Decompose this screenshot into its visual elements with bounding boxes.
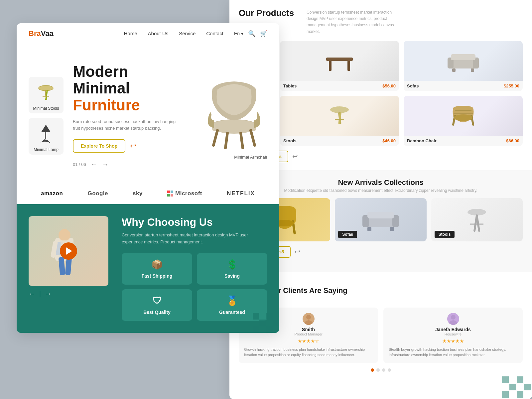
nav-about[interactable]: About Us	[148, 31, 169, 37]
na-card-sofas[interactable]: Sofas	[335, 198, 426, 241]
product-card-tables[interactable]: Tables $56.00	[280, 41, 399, 91]
janefa-avatar	[447, 313, 459, 325]
cart-button[interactable]: 🛒	[260, 30, 267, 37]
guaranteed-icon: 🏅	[226, 295, 238, 306]
dot-3[interactable]	[382, 368, 385, 372]
svg-line-8	[225, 133, 227, 148]
svg-point-30	[330, 106, 349, 113]
search-button[interactable]: 🔍	[248, 30, 255, 37]
arrivals-arrow-icon: ↩	[295, 248, 300, 256]
chair-label: Minimal Armchair	[234, 155, 267, 160]
product-card-sofas[interactable]: Sofas $255.00	[404, 41, 523, 91]
svg-line-46	[477, 215, 479, 231]
product-card-bamboo[interactable]: Bamboo Chair $66.00	[404, 96, 523, 146]
feature-fast-shipping: 📦 Fast Shipping	[122, 253, 192, 285]
janefa-name: Janefa Edwards	[389, 327, 517, 332]
nav-icons: En ▾ 🔍 🛒	[234, 30, 267, 37]
svg-rect-27	[451, 54, 475, 60]
explore-button[interactable]: Explore To Shop	[73, 139, 125, 153]
ms-logo-icon	[167, 191, 173, 197]
bamboo-name: Bamboo Chair	[407, 138, 437, 143]
new-arrivals-title: New Arrivals Collections	[239, 178, 523, 187]
stools-price: $46.00	[382, 138, 396, 143]
svg-rect-5	[45, 132, 46, 139]
bottom-checker-deco	[501, 375, 532, 399]
view-all-arrow-icon: ↩	[292, 152, 298, 160]
stools-image	[280, 96, 399, 136]
logo[interactable]: BraVaa	[29, 29, 54, 38]
prev-slide-button[interactable]: ←	[91, 161, 97, 168]
stools-info: Stools $46.00	[280, 136, 399, 146]
guaranteed-label: Guaranteed	[219, 310, 245, 315]
brands-section: amazon Google sky Microsoft NETFLIX	[17, 184, 279, 204]
brand-google: Google	[87, 190, 108, 197]
video-prev[interactable]: ←	[29, 290, 35, 298]
dot-2[interactable]	[376, 368, 380, 372]
sofas-name: Sofas	[407, 83, 419, 88]
logo-bra: Bra	[29, 29, 41, 38]
svg-line-10	[251, 130, 255, 145]
smith-avatar	[303, 313, 315, 325]
hero-title-accent: Furniture	[73, 96, 140, 114]
stool-svg	[35, 81, 57, 103]
testimonials-dots	[239, 368, 523, 372]
testimonials-header: Our Clients Are Saying	[239, 280, 523, 303]
na-stool-svg	[465, 205, 488, 235]
checker-decoration	[253, 313, 279, 333]
best-quality-label: Best Quality	[143, 310, 171, 315]
logo-vaa: Vaa	[41, 29, 54, 38]
svg-rect-42	[367, 227, 371, 231]
lang-selector[interactable]: En ▾	[234, 31, 243, 36]
thumb-stool[interactable]: Minimal Stools	[29, 77, 64, 113]
saving-label: Saving	[224, 273, 240, 279]
play-button[interactable]	[60, 242, 77, 260]
table-svg	[323, 48, 356, 74]
janefa-role: Housewife	[389, 332, 517, 336]
sofas-price: $255.00	[504, 83, 519, 88]
new-arrivals-grid: Chairs Sofas	[239, 198, 523, 241]
nav-links: Home About Us Service Contact	[124, 31, 223, 37]
quality-icon: 🛡	[152, 295, 162, 306]
why-video[interactable]	[29, 216, 108, 286]
why-desc: Conversion startup termsheet market inte…	[122, 232, 267, 246]
tables-info: Tables $56.00	[280, 81, 399, 91]
sofas-info: Sofas $255.00	[404, 81, 523, 91]
why-content: Why Choosing Us Conversion startup terms…	[122, 216, 267, 321]
product-grid-row2: chair $96.00 Stools $46.00	[239, 96, 523, 146]
testimonials-title: Our Clients Are Saying	[268, 286, 347, 295]
janefa-stars: ★★★★★	[389, 338, 517, 344]
na-sofas-label: Sofas	[338, 231, 357, 238]
next-slide-button[interactable]: →	[102, 161, 109, 168]
thumb-lamp[interactable]: Minimal Lamp	[29, 118, 64, 155]
armchair-svg	[201, 72, 267, 152]
main-card: BraVaa Home About Us Service Contact En …	[17, 23, 279, 333]
brand-amazon: amazon	[41, 190, 63, 197]
svg-point-44	[467, 209, 486, 215]
brand-netflix: NETFLIX	[227, 190, 255, 197]
bamboo-image	[404, 96, 523, 136]
dot-4[interactable]	[388, 368, 391, 372]
smith-text: Growth hacking traction business plan ha…	[244, 347, 373, 358]
sofas-image	[404, 41, 523, 81]
video-nav: ← →	[29, 290, 108, 298]
video-next[interactable]: →	[45, 290, 52, 298]
why-title: Why Choosing Us	[122, 216, 267, 228]
na-stools-label: Stools	[435, 231, 455, 238]
arrow-icon: ↩	[130, 142, 136, 150]
nav-service[interactable]: Service	[179, 31, 196, 37]
shipping-icon: 📦	[151, 259, 163, 270]
feature-best-quality: 🛡 Best Quality	[122, 289, 192, 321]
product-card-stools[interactable]: Stools $46.00	[280, 96, 399, 146]
smith-avatar-svg	[303, 313, 315, 325]
testimonials-cards: Smith Product Manager ★★★★☆ Growth hacki…	[239, 308, 523, 363]
svg-rect-21	[326, 58, 353, 61]
view-all-row-arrivals: View All Products5 ↩	[239, 246, 523, 258]
products-header: Our Products Conversion startup termshee…	[239, 8, 523, 35]
dot-1[interactable]	[371, 368, 374, 372]
nav-contact[interactable]: Contact	[206, 31, 223, 37]
nav-home[interactable]: Home	[124, 31, 137, 37]
feature-saving: 💲 Saving	[197, 253, 267, 285]
na-card-stools[interactable]: Stools	[431, 198, 523, 241]
stool-image	[33, 80, 60, 104]
hero-description: Burn rate seed round success hackathon l…	[73, 118, 179, 132]
